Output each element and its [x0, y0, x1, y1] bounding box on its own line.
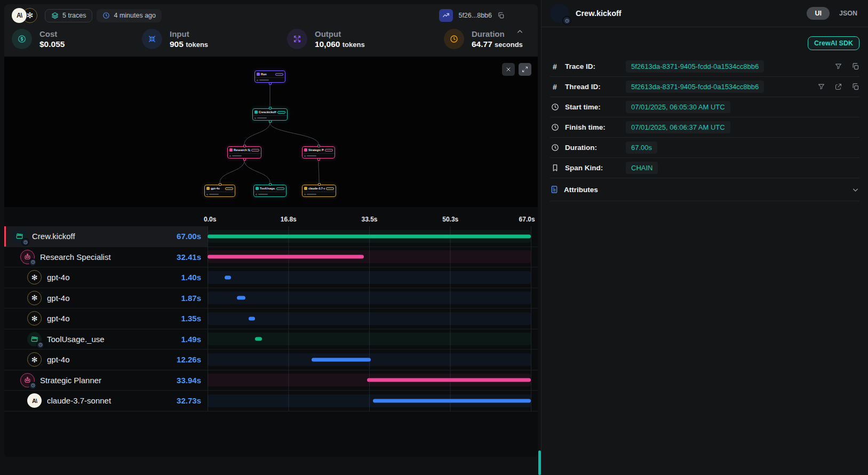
- trace-graph-canvas[interactable]: RunCrew.kickoffResearch Speciali...Strat…: [4, 57, 538, 207]
- node-name: Research Speciali...: [234, 148, 250, 152]
- clock-icon: [102, 12, 110, 19]
- traces-count-badge[interactable]: 5 traces: [45, 9, 92, 22]
- toolbar-right: 5f26...8bb6: [439, 9, 505, 22]
- field-label: Span Kind:: [565, 164, 620, 172]
- waterfall-row[interactable]: Crew.kickoff67.00s: [4, 226, 538, 247]
- hash-icon: #: [550, 62, 560, 71]
- node-type-icon: [206, 187, 210, 190]
- copy-icon[interactable]: [851, 62, 859, 70]
- span-duration: 1.87s: [181, 294, 201, 303]
- graph-node-claude[interactable]: claude-3.7-sonnet: [302, 185, 336, 197]
- node-handle: [318, 183, 321, 186]
- span-label-cell[interactable]: ToolUsage._use1.49s: [4, 329, 208, 350]
- stat-label: Input: [170, 29, 208, 38]
- stat-unit: tokens: [186, 41, 208, 49]
- external-icon[interactable]: [834, 83, 842, 91]
- filter-icon[interactable]: [817, 83, 825, 91]
- field-value[interactable]: CHAIN: [626, 162, 658, 174]
- scrollbar-thumb[interactable]: [538, 450, 541, 475]
- span-bar[interactable]: [249, 316, 255, 320]
- attributes-section-header[interactable]: Attributes: [550, 178, 859, 201]
- graph-node-gpt[interactable]: gpt-4o: [204, 185, 235, 197]
- graph-node-research[interactable]: Research Speciali...: [227, 146, 261, 159]
- field-value[interactable]: 07/01/2025, 06:06:37 AM UTC: [626, 121, 730, 133]
- copy-icon[interactable]: [497, 12, 505, 19]
- filter-icon[interactable]: [834, 62, 842, 70]
- span-label-cell[interactable]: Strategic Planner33.94s: [4, 370, 208, 391]
- openai-icon: ✻: [27, 291, 42, 305]
- span-label-cell[interactable]: ✻gpt-4o1.87s: [4, 288, 208, 308]
- clock-sub-badge-icon: [562, 16, 571, 25]
- graph-node-strategic[interactable]: Strategic Planner: [302, 146, 335, 159]
- trend-button[interactable]: [439, 9, 453, 22]
- field-value[interactable]: 67.00s: [626, 141, 657, 154]
- waterfall-row[interactable]: ✻gpt-4o12.26s: [4, 350, 538, 370]
- span-label-cell[interactable]: Research Specialist32.41s: [4, 247, 208, 267]
- node-handle: [269, 82, 272, 85]
- waterfall-row[interactable]: ✻gpt-4o1.35s: [4, 308, 538, 329]
- graph-close-button[interactable]: [502, 63, 515, 76]
- stat-input: Input905 tokens: [142, 29, 287, 49]
- node-name: ToolUsage._use: [260, 187, 275, 190]
- waterfall-row[interactable]: A\claude-3.7-sonnet32.73s: [4, 391, 538, 411]
- span-label-cell[interactable]: A\claude-3.7-sonnet32.73s: [4, 391, 208, 411]
- graph-node-run[interactable]: Run: [254, 70, 285, 83]
- agent-robot-icon: [20, 373, 35, 387]
- clock-icon: [550, 123, 560, 131]
- provider-logos: A\ ✻: [12, 8, 37, 23]
- field-row: Span Kind:CHAIN: [550, 158, 859, 178]
- collapse-stats-chevron-up-icon[interactable]: [516, 28, 524, 36]
- node-sub-row: [205, 192, 235, 196]
- waterfall-row[interactable]: Research Specialist32.41s: [4, 247, 538, 268]
- copy-icon[interactable]: [851, 83, 859, 91]
- tab-ui[interactable]: UI: [807, 7, 830, 20]
- span-bar[interactable]: [208, 234, 531, 238]
- span-bar[interactable]: [255, 337, 262, 341]
- field-value[interactable]: 5f2613da-8371-9405-fcdd-0a1534cc8bb6: [626, 81, 764, 93]
- span-label-cell[interactable]: ✻gpt-4o1.40s: [4, 267, 208, 288]
- graph-expand-button[interactable]: [519, 63, 531, 76]
- node-duration-badge: [325, 149, 333, 152]
- span-duration: 1.40s: [181, 273, 201, 282]
- stat-unit: tokens: [343, 41, 365, 49]
- span-label-cell[interactable]: Crew.kickoff67.00s: [4, 226, 208, 247]
- span-track: [208, 350, 531, 370]
- node-handle: [269, 120, 272, 123]
- span-bar[interactable]: [367, 378, 531, 382]
- trace-card: A\ ✻ 5 traces 4 minutes ago 5f26...8bb6 …: [4, 4, 538, 457]
- span-label-cell[interactable]: ✻gpt-4o1.35s: [4, 308, 208, 329]
- span-bar[interactable]: [237, 296, 246, 300]
- span-track: [208, 226, 531, 247]
- span-name: gpt-4o: [47, 273, 70, 282]
- axis-tick: 33.5s: [361, 216, 377, 223]
- waterfall-row[interactable]: ✻gpt-4o1.40s: [4, 267, 538, 288]
- detail-panel: Crew.kickoff UIJSON CrewAI SDK #Trace ID…: [541, 0, 868, 475]
- field-value[interactable]: 5f2613da-8371-9405-fcdd-0a1534cc8bb6: [626, 60, 764, 73]
- span-label-cell[interactable]: ✻gpt-4o12.26s: [4, 350, 208, 370]
- tab-json[interactable]: JSON: [839, 10, 857, 17]
- openai-icon: ✻: [27, 311, 42, 326]
- trace-toolbar: A\ ✻ 5 traces 4 minutes ago 5f26...8bb6: [4, 4, 538, 27]
- span-duration: 32.41s: [177, 252, 201, 262]
- waterfall-row[interactable]: ToolUsage._use1.49s: [4, 329, 538, 350]
- node-name: claude-3.7-sonnet: [308, 187, 325, 190]
- span-bar[interactable]: [208, 255, 364, 259]
- span-bar[interactable]: [373, 399, 531, 402]
- waterfall-row[interactable]: Strategic Planner33.94s: [4, 370, 538, 391]
- time-ago-label: 4 minutes ago: [114, 12, 156, 19]
- span-track-band: [208, 291, 531, 304]
- node-duration-badge: [225, 187, 233, 190]
- stats-row: Cost$0.055Input905 tokensOutput10,060 to…: [4, 27, 538, 57]
- time-axis: 0.0s16.8s33.5s50.3s67.0s: [4, 207, 538, 226]
- field-value[interactable]: 07/01/2025, 06:05:30 AM UTC: [626, 101, 730, 113]
- waterfall-row[interactable]: ✻gpt-4o1.87s: [4, 288, 538, 309]
- span-bar[interactable]: [225, 275, 232, 279]
- field-label: Trace ID:: [565, 62, 620, 70]
- stat-unit: seconds: [495, 41, 523, 49]
- graph-node-tool[interactable]: ToolUsage._use: [253, 185, 286, 197]
- graph-node-crew[interactable]: Crew.kickoff: [252, 108, 288, 121]
- span-bar[interactable]: [312, 358, 371, 361]
- span-track-band: [208, 312, 531, 325]
- node-handle: [269, 183, 272, 186]
- chevron-down-icon[interactable]: [851, 186, 859, 194]
